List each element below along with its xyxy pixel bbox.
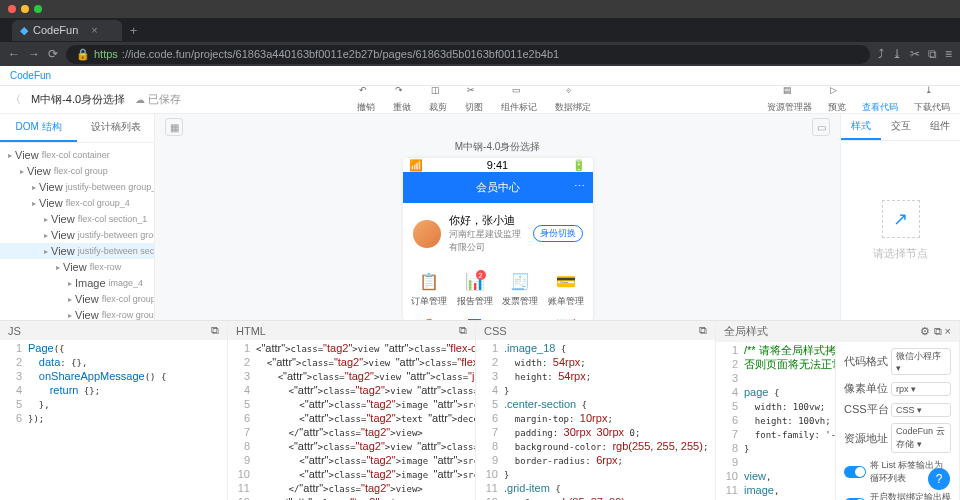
tree-node[interactable]: ▸ View flex-col group_7 [0,291,154,307]
breadcrumb: M中钢-4.0身份选择 [455,140,541,154]
toggle[interactable]: 开启数据绑定输出模式 [844,491,951,500]
tab-title: CodeFun [33,24,78,36]
tool-撤销[interactable]: ↶撤销 [357,85,375,114]
help-button[interactable]: ? [928,468,950,490]
setting-CSS平台[interactable]: CSS平台CSS ▾ [844,402,951,417]
page-header: 会员中心 ⋯ [403,172,593,203]
cut-icon[interactable]: ✂ [910,47,920,61]
tree-node[interactable]: ▸ Image image_4 [0,275,154,291]
saved-indicator: ☁ 已保存 [135,92,181,107]
more-icon[interactable]: ⋯ [574,180,585,193]
tool-查看代码[interactable]: 查看代码 [862,85,898,114]
center-canvas: ▦ ▭ M中钢-4.0身份选择 📶9:41🔋 会员中心 ⋯ 你好，张小迪 河南红… [155,114,840,320]
user-company: 河南红星建设监理有限公司 [449,228,525,254]
center-tools: ↶撤销↷重做◫裁剪✂切图▭组件标记⟐数据绑定 [357,85,591,114]
tree-node[interactable]: ▸ View flex-row group_8 [0,307,154,320]
mac-titlebar [0,0,960,18]
tab-style[interactable]: 样式 [841,114,881,140]
copy-icon[interactable]: ⧉ [928,47,937,61]
download-icon[interactable]: ⤓ [892,47,902,61]
view-mode-icon[interactable]: ▭ [812,118,830,136]
status-bar: 📶9:41🔋 [403,158,593,172]
tab-dom[interactable]: DOM 结构 [0,114,77,142]
tree-node[interactable]: ▸ View flex-col group [0,163,154,179]
tree-node[interactable]: ▸ View justify-between section_2 [0,243,154,259]
tool-切图[interactable]: ✂切图 [465,85,483,114]
setting-代码格式[interactable]: 代码格式微信小程序 ▾ [844,348,951,375]
right-tools: ▤资源管理器▷预览查看代码⤓下载代码 [767,85,950,114]
avatar [413,220,441,248]
user-card: 你好，张小迪 河南红星建设监理有限公司 身份切换 [403,203,593,264]
tree-node[interactable]: ▸ View flex-col container [0,147,154,163]
js-code[interactable]: 1Page({ 2 data: {}, 3 onShareAppMessage(… [0,340,227,500]
tool-组件标记[interactable]: ▭组件标记 [501,85,537,114]
tool-预览[interactable]: ▷预览 [828,85,846,114]
menu-icon[interactable]: ≡ [945,47,952,61]
forward-icon[interactable]: → [28,47,40,61]
tree-node[interactable]: ▸ View justify-between group_1 [0,179,154,195]
feature-grid: 📋订单管理📊报告管理2🧾发票管理💳账单管理📍地址管理🏗工程管理🏢企业管理📈数据统… [403,264,593,320]
browser-tab[interactable]: ◆ CodeFun × [12,20,122,41]
file-name: M中钢-4.0身份选择 [31,92,125,107]
browser-tabs: ◆ CodeFun × + [0,18,960,42]
tree-node[interactable]: ▸ View flex-col group_4 [0,195,154,211]
switch-role-button[interactable]: 身份切换 [533,225,583,242]
tool-数据绑定[interactable]: ⟐数据绑定 [555,85,591,114]
tab-design[interactable]: 设计稿列表 [77,114,154,142]
user-name: 你好，张小迪 [449,213,525,228]
dom-tree: ▸ View flex-col container▸ View flex-col… [0,143,154,320]
setting-像素单位[interactable]: 像素单位rpx ▾ [844,381,951,396]
tree-node[interactable]: ▸ View flex-row [0,259,154,275]
html-code[interactable]: 1<"attr">class="tag2">view "attr">class=… [228,340,475,500]
grid-item[interactable]: 📊报告管理2 [452,272,498,308]
new-tab-button[interactable]: + [130,23,138,38]
code-panels: JS⧉ 1Page({ 2 data: {}, 3 onShareAppMess… [0,320,960,500]
mobile-preview: 📶9:41🔋 会员中心 ⋯ 你好，张小迪 河南红星建设监理有限公司 身份切换 📋… [403,158,593,320]
app-bar: CodeFun [0,66,960,86]
back-button[interactable]: 〈 [10,92,21,107]
tab-interact[interactable]: 交互 [881,114,921,140]
css-panel-head[interactable]: CSS⧉ [476,321,715,340]
max-dot[interactable] [34,5,42,13]
url-bar: ← → ⟳ 🔒 https://ide.code.fun/projects/61… [0,42,960,66]
right-panel: 样式 交互 组件 ↗ 请选择节点 [840,114,960,320]
css-code[interactable]: 1.image_18 { 2 width: 54rpx; 3 height: 5… [476,340,715,500]
file-toolbar: 〈 M中钢-4.0身份选择 ☁ 已保存 ↶撤销↷重做◫裁剪✂切图▭组件标记⟐数据… [0,86,960,114]
share-icon[interactable]: ⤴ [878,47,884,61]
empty-placeholder: ↗ 请选择节点 [841,141,960,320]
close-dot[interactable] [8,5,16,13]
js-panel-head[interactable]: JS⧉ [0,321,227,340]
setting-资源地址[interactable]: 资源地址CodeFun 云存储 ▾ [844,423,951,453]
global-code[interactable]: 1/** 请将全局样式拷贝到项 2否则页面将无法正常显 3 4page { 5 … [716,342,835,500]
global-panel-head[interactable]: 全局样式⚙ ⧉ × [716,321,959,342]
grid-view-icon[interactable]: ▦ [165,118,183,136]
left-panel: DOM 结构 设计稿列表 ▸ View flex-col container▸ … [0,114,155,320]
app-logo[interactable]: CodeFun [10,70,51,81]
min-dot[interactable] [21,5,29,13]
grid-item[interactable]: 📋订单管理 [407,272,453,308]
grid-item[interactable]: 💳账单管理 [543,272,589,308]
tab-component[interactable]: 组件 [920,114,960,140]
tree-node[interactable]: ▸ View justify-between group_5 [0,227,154,243]
tool-裁剪[interactable]: ◫裁剪 [429,85,447,114]
select-node-icon: ↗ [882,200,920,238]
back-icon[interactable]: ← [8,47,20,61]
tool-下载代码[interactable]: ⤓下载代码 [914,85,950,114]
tool-资源管理器[interactable]: ▤资源管理器 [767,85,812,114]
reload-icon[interactable]: ⟳ [48,47,58,61]
url-input[interactable]: 🔒 https://ide.code.fun/projects/61863a44… [66,45,870,64]
tree-node[interactable]: ▸ View flex-col section_1 [0,211,154,227]
grid-item[interactable]: 🧾发票管理 [498,272,544,308]
html-panel-head[interactable]: HTML⧉ [228,321,475,340]
tool-重做[interactable]: ↷重做 [393,85,411,114]
